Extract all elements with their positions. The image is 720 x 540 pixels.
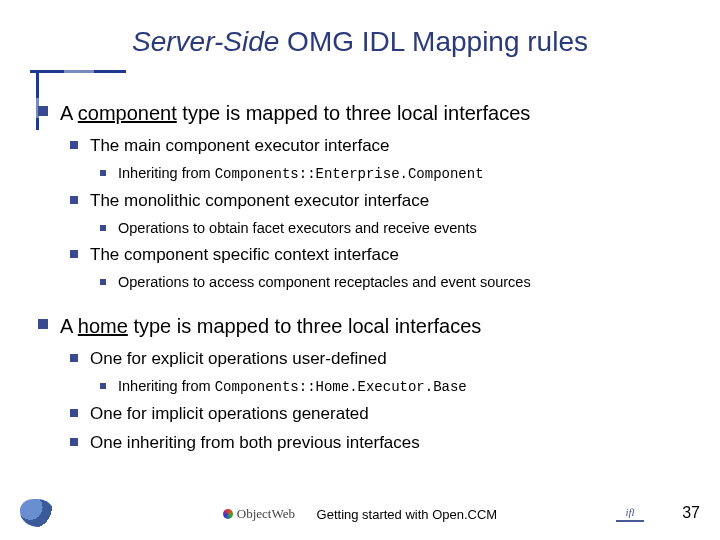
- bullet-icon: [70, 409, 78, 417]
- bullet-l2: The monolithic component executor interf…: [70, 190, 690, 213]
- title-area: Server-Side OMG IDL Mapping rules: [0, 26, 720, 58]
- bullet-text: The main component executor interface: [90, 135, 390, 158]
- bullet-icon: [100, 383, 106, 389]
- bullet-icon: [70, 438, 78, 446]
- slide-body: A component type is mapped to three loca…: [38, 100, 690, 461]
- bullet-text: The monolithic component executor interf…: [90, 190, 429, 213]
- bullet-text: One for explicit operations user-defined: [90, 348, 387, 371]
- bullet-icon: [100, 279, 106, 285]
- bullet-l2: One for implicit operations generated: [70, 403, 690, 426]
- objectweb-logo: ObjectWeb: [223, 506, 295, 522]
- bullet-l2: One inheriting from both previous interf…: [70, 432, 690, 455]
- bullet-text: The component specific context interface: [90, 244, 399, 267]
- bullet-text: Operations to access component receptacl…: [118, 273, 531, 293]
- bullet-l2: The main component executor interface: [70, 135, 690, 158]
- footer-caption: Getting started with Open.CCM: [317, 507, 498, 522]
- bullet-icon: [70, 196, 78, 204]
- bullet-icon: [38, 319, 48, 329]
- title-rest: OMG IDL Mapping rules: [279, 26, 588, 57]
- bullet-text: Inheriting from Components::Home.Executo…: [118, 377, 467, 397]
- bullet-icon: [70, 354, 78, 362]
- bullet-icon: [70, 141, 78, 149]
- bullet-text: A home type is mapped to three local int…: [60, 313, 481, 340]
- bullet-l2: One for explicit operations user-defined: [70, 348, 690, 371]
- bullet-l3: Operations to obtain facet executors and…: [100, 219, 690, 239]
- bullet-l2: The component specific context interface: [70, 244, 690, 267]
- bullet-icon: [100, 170, 106, 176]
- bullet-l3: Operations to access component receptacl…: [100, 273, 690, 293]
- title-italic: Server-Side: [132, 26, 279, 57]
- decor-horizontal-bar: [30, 70, 126, 73]
- footer-center: ObjectWeb Getting started with Open.CCM: [0, 506, 720, 522]
- objectweb-text: ObjectWeb: [237, 506, 295, 522]
- bullet-text: A component type is mapped to three loca…: [60, 100, 530, 127]
- bullet-l3: Inheriting from Components::Home.Executo…: [100, 377, 690, 397]
- bullet-l3: Inheriting from Components::Enterprise.C…: [100, 164, 690, 184]
- footer-ifl-logo: ifl: [616, 506, 644, 522]
- bullet-icon: [70, 250, 78, 258]
- slide-title: Server-Side OMG IDL Mapping rules: [0, 26, 720, 58]
- bullet-l1: A component type is mapped to three loca…: [38, 100, 690, 127]
- bullet-text: Inheriting from Components::Enterprise.C…: [118, 164, 484, 184]
- bullet-icon: [100, 225, 106, 231]
- bullet-text: One for implicit operations generated: [90, 403, 369, 426]
- page-number: 37: [682, 504, 700, 522]
- bullet-l1: A home type is mapped to three local int…: [38, 313, 690, 340]
- objectweb-icon: [223, 509, 233, 519]
- bullet-icon: [38, 106, 48, 116]
- slide: Server-Side OMG IDL Mapping rules A comp…: [0, 0, 720, 540]
- bullet-text: One inheriting from both previous interf…: [90, 432, 420, 455]
- bullet-text: Operations to obtain facet executors and…: [118, 219, 477, 239]
